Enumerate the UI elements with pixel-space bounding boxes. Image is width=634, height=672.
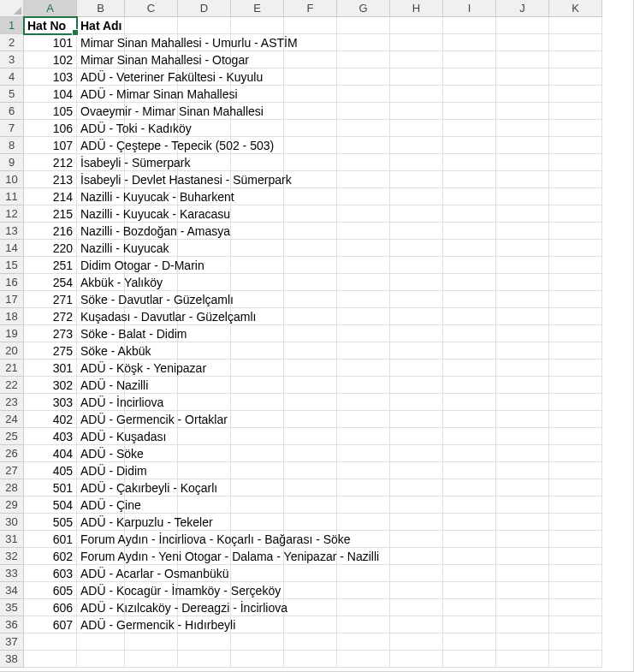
cell-B6[interactable]: Ovaeymir - Mimar Sinan Mahallesi xyxy=(77,103,125,120)
cell-D27[interactable] xyxy=(178,462,231,479)
cell-G15[interactable] xyxy=(337,257,390,274)
cell-E34[interactable] xyxy=(231,582,284,599)
cell-E23[interactable] xyxy=(231,394,284,411)
cell-C26[interactable] xyxy=(125,445,178,462)
cell-C14[interactable] xyxy=(125,240,178,257)
cell-E35[interactable] xyxy=(231,599,284,616)
cell-F1[interactable] xyxy=(284,17,337,34)
cell-H24[interactable] xyxy=(390,411,443,428)
cell-E20[interactable] xyxy=(231,342,284,360)
cell-I1[interactable] xyxy=(443,17,496,34)
cell-C32[interactable] xyxy=(125,548,178,565)
cell-A16[interactable]: 254 xyxy=(24,274,77,291)
cell-J4[interactable] xyxy=(496,68,549,86)
cell-D5[interactable] xyxy=(178,86,231,103)
row-header[interactable]: 30 xyxy=(0,514,24,531)
cell-D12[interactable] xyxy=(178,205,231,223)
cell-C5[interactable] xyxy=(125,86,178,103)
cell-A18[interactable]: 272 xyxy=(24,308,77,325)
cell-I15[interactable] xyxy=(443,257,496,274)
cell-E38[interactable] xyxy=(231,651,284,668)
cell-J37[interactable] xyxy=(496,633,549,651)
cell-A33[interactable]: 603 xyxy=(24,565,77,582)
cell-F30[interactable] xyxy=(284,514,337,531)
cell-K31[interactable] xyxy=(549,531,602,548)
cell-C37[interactable] xyxy=(125,633,178,651)
row-header[interactable]: 7 xyxy=(0,120,24,137)
cell-J19[interactable] xyxy=(496,325,549,342)
cell-H1[interactable] xyxy=(390,17,443,34)
cell-H31[interactable] xyxy=(390,531,443,548)
cell-A21[interactable]: 301 xyxy=(24,360,77,377)
cell-D38[interactable] xyxy=(178,651,231,668)
cell-G19[interactable] xyxy=(337,325,390,342)
cell-A27[interactable]: 405 xyxy=(24,462,77,479)
cell-E18[interactable] xyxy=(231,308,284,325)
cell-H11[interactable] xyxy=(390,188,443,205)
cell-H13[interactable] xyxy=(390,223,443,240)
cell-B23[interactable]: ADÜ - İncirliova xyxy=(77,394,125,411)
cell-C15[interactable] xyxy=(125,257,178,274)
cell-H33[interactable] xyxy=(390,565,443,582)
cell-E31[interactable] xyxy=(231,531,284,548)
cell-K20[interactable] xyxy=(549,342,602,360)
cell-H23[interactable] xyxy=(390,394,443,411)
cell-E25[interactable] xyxy=(231,428,284,445)
cell-K34[interactable] xyxy=(549,582,602,599)
row-header[interactable]: 36 xyxy=(0,616,24,633)
cell-I19[interactable] xyxy=(443,325,496,342)
cell-C28[interactable] xyxy=(125,479,178,497)
row-header[interactable]: 4 xyxy=(0,68,24,86)
row-header[interactable]: 31 xyxy=(0,531,24,548)
cell-J5[interactable] xyxy=(496,86,549,103)
cell-G27[interactable] xyxy=(337,462,390,479)
cell-B17[interactable]: Söke - Davutlar - Güzelçamlı xyxy=(77,291,125,308)
cell-H38[interactable] xyxy=(390,651,443,668)
cell-G7[interactable] xyxy=(337,120,390,137)
cell-G37[interactable] xyxy=(337,633,390,651)
cell-D9[interactable] xyxy=(178,154,231,171)
row-header[interactable]: 20 xyxy=(0,342,24,360)
cell-D3[interactable] xyxy=(178,51,231,68)
cell-D31[interactable] xyxy=(178,531,231,548)
cell-C6[interactable] xyxy=(125,103,178,120)
cell-K9[interactable] xyxy=(549,154,602,171)
row-header[interactable]: 23 xyxy=(0,394,24,411)
cell-K28[interactable] xyxy=(549,479,602,497)
cell-B20[interactable]: Söke - Akbük xyxy=(77,342,125,360)
cell-H6[interactable] xyxy=(390,103,443,120)
cell-C38[interactable] xyxy=(125,651,178,668)
cell-J34[interactable] xyxy=(496,582,549,599)
cell-G21[interactable] xyxy=(337,360,390,377)
cell-F2[interactable] xyxy=(284,34,337,51)
cell-I25[interactable] xyxy=(443,428,496,445)
cell-A15[interactable]: 251 xyxy=(24,257,77,274)
cell-D23[interactable] xyxy=(178,394,231,411)
cell-J7[interactable] xyxy=(496,120,549,137)
cell-G25[interactable] xyxy=(337,428,390,445)
cell-A5[interactable]: 104 xyxy=(24,86,77,103)
cell-B38[interactable] xyxy=(77,651,125,668)
cell-I16[interactable] xyxy=(443,274,496,291)
cell-C12[interactable] xyxy=(125,205,178,223)
cell-D35[interactable] xyxy=(178,599,231,616)
cell-G34[interactable] xyxy=(337,582,390,599)
cell-I4[interactable] xyxy=(443,68,496,86)
col-header-H[interactable]: H xyxy=(390,0,443,17)
cell-E5[interactable] xyxy=(231,86,284,103)
cell-J22[interactable] xyxy=(496,377,549,394)
cell-K35[interactable] xyxy=(549,599,602,616)
cell-E27[interactable] xyxy=(231,462,284,479)
cell-B36[interactable]: ADÜ - Germencik - Hıdırbeyli xyxy=(77,616,125,633)
cell-C24[interactable] xyxy=(125,411,178,428)
cell-A24[interactable]: 402 xyxy=(24,411,77,428)
cell-C17[interactable] xyxy=(125,291,178,308)
cell-C1[interactable] xyxy=(125,17,178,34)
cell-H4[interactable] xyxy=(390,68,443,86)
cell-C3[interactable] xyxy=(125,51,178,68)
cell-B19[interactable]: Söke - Balat - Didim xyxy=(77,325,125,342)
cell-E11[interactable] xyxy=(231,188,284,205)
cell-J20[interactable] xyxy=(496,342,549,360)
cell-I22[interactable] xyxy=(443,377,496,394)
cell-F20[interactable] xyxy=(284,342,337,360)
